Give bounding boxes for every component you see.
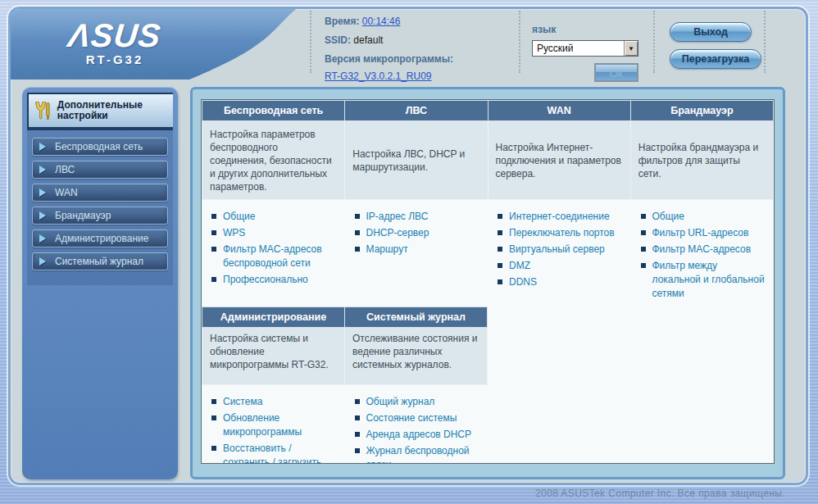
arrow-right-icon [39,166,46,174]
list-item: Общий журнал [355,395,482,409]
actions-section: Выход Перезагрузка [653,11,763,73]
sidebar-title: Дополнительные настройки [57,100,168,121]
logout-button[interactable]: Выход [670,22,752,42]
arrow-right-icon [39,234,46,243]
settings-link[interactable]: Маршрут [366,243,408,257]
sidebar-item-lan[interactable]: ЛВС [32,161,168,179]
sidebar-item-wireless[interactable]: Беспроводная сеть [32,138,168,156]
firmware-link[interactable]: RT-G32_V3.0.2.1_RU09 [325,70,432,82]
list-item: Фильтр между локальной и глобальной сетя… [641,259,768,301]
section-header-firewall: Брандмауэр [630,101,773,121]
settings-link[interactable]: Фильтр URL-адресов [652,226,749,240]
bullet-icon [211,247,216,252]
ok-button[interactable]: Ok [594,63,638,82]
settings-link[interactable]: Общие [223,210,255,224]
bullet-icon [355,214,360,219]
settings-link[interactable]: Восстановить / сохранить / загрузить нас… [223,442,339,464]
settings-link[interactable]: Аренда адресов DHCP [366,428,472,442]
firmware-label: Версия микропрограммы: [325,53,453,65]
section-description: Настройка параметров беспроводного соеди… [202,121,345,200]
list-item: Журнал беспроводной связи [355,444,482,464]
list-item: Общие [211,210,339,224]
language-select[interactable]: Русский ▼ [532,40,638,57]
bullet-icon [641,247,646,252]
settings-link[interactable]: IP-адрес ЛВС [366,210,429,224]
section-description: Настройка ЛВС, DHCP и маршрутизации. [345,121,488,200]
settings-link[interactable]: Фильтр между локальной и глобальной сетя… [652,259,768,301]
settings-link[interactable]: Переключатель портов [509,226,615,240]
settings-link[interactable]: Состояние системы [366,411,457,425]
settings-link[interactable]: Виртуальный сервер [509,243,605,257]
section-header-administration: Администрирование [202,307,345,328]
links-administration: Система Обновление микропрограммы Восста… [202,393,345,464]
settings-link[interactable]: Фильтр MAC-адресов [652,243,752,257]
settings-link[interactable]: DMZ [509,259,530,273]
settings-link[interactable]: Интернет-соединение [509,210,610,224]
settings-link[interactable]: Журнал беспроводной связи [366,444,482,464]
time-link[interactable]: 00:14:46 [362,16,401,27]
links-row-2: Система Обновление микропрограммы Восста… [202,385,774,464]
links-wireless: Общие WPS Фильтр MAC-адресов беспроводно… [202,207,345,303]
links-lan: IP-адрес ЛВС DHCP-сервер Маршрут [345,207,489,303]
settings-link[interactable]: Общий журнал [366,395,435,409]
sidebar-item-wan[interactable]: WAN [32,184,168,202]
copyright-text: 2008 ASUSTek Computer Inc. Все права защ… [535,488,785,499]
language-section: язык Русский ▼ Ok [519,11,650,73]
settings-link[interactable]: WPS [223,226,245,240]
sidebar-menu: Беспроводная сеть ЛВС WAN Брандмауэр Адм… [27,127,173,285]
list-item: WPS [211,226,339,240]
list-item: Обновление микропрограммы [211,411,339,439]
settings-board: Беспроводная сеть ЛВС WAN Брандмауэр Нас… [201,99,775,464]
asus-logo: ΛSUS [43,19,186,52]
sidebar-item-label: Администрирование [55,233,148,244]
sidebar-item-label: Беспроводная сеть [55,141,143,152]
bullet-icon [211,214,216,219]
bullet-icon [355,399,360,404]
section-description: Настройка системы и обновление микропрог… [202,328,345,385]
bullet-icon [641,214,646,219]
section-header-lan: ЛВС [345,101,488,121]
list-item: Фильтр MAC-адресов беспроводной сети [211,243,339,270]
bullet-icon [355,247,360,252]
firmware-row: Версия микропрограммы: [325,53,515,69]
list-item: Виртуальный сервер [498,243,625,257]
header-banner: ΛSUS RT-G32 Время: 00:14:46 SSID: defaul… [11,9,806,79]
settings-link[interactable]: Общие [652,210,684,224]
list-item: Интернет-соединение [498,210,625,224]
footer: 2008 ASUSTek Computer Inc. Все права защ… [0,485,818,504]
settings-link[interactable]: Обновление микропрограммы [223,411,339,439]
language-label: язык [532,24,650,35]
time-label: Время: [325,16,359,27]
arrow-right-icon [39,143,46,151]
separator-line [764,11,766,73]
dropdown-arrow-icon[interactable]: ▼ [624,41,638,56]
arrow-right-icon [39,211,46,220]
list-item: Восстановить / сохранить / загрузить нас… [211,442,339,464]
sidebar-item-syslog[interactable]: Системный журнал [32,252,168,270]
settings-link[interactable]: Система [223,395,262,409]
links-row-1: Общие WPS Фильтр MAC-адресов беспроводно… [202,200,774,306]
list-item: IP-адрес ЛВС [355,210,482,224]
sidebar-item-firewall[interactable]: Брандмауэр [32,207,168,225]
reboot-button[interactable]: Перезагрузка [670,49,761,69]
main-panel: Беспроводная сеть ЛВС WAN Брандмауэр Нас… [190,87,785,479]
links-firewall: Общие Фильтр URL-адресов Фильтр MAC-адре… [631,207,775,303]
section-description: Отслеживание состояния и ведение различн… [345,328,488,385]
tools-icon [34,98,51,123]
bullet-icon [498,263,502,268]
sidebar-item-administration[interactable]: Администрирование [32,229,168,247]
list-item: DDNS [498,275,625,289]
bullet-icon [211,446,216,451]
settings-link[interactable]: DDNS [509,275,537,289]
section-header-wireless: Беспроводная сеть [202,101,345,121]
settings-link[interactable]: Профессионально [223,273,308,287]
list-item: Аренда адресов DHCP [355,428,482,442]
settings-link[interactable]: DHCP-сервер [366,226,429,240]
bullet-icon [498,230,502,235]
settings-link[interactable]: Фильтр MAC-адресов беспроводной сети [223,243,339,270]
ssid-label: SSID: [325,34,351,46]
list-item: Фильтр MAC-адресов [641,243,768,257]
firmware-version-row: RT-G32_V3.0.2.1_RU09 [325,70,515,86]
sidebar-item-label: Брандмауэр [55,210,111,221]
time-row: Время: 00:14:46 [325,16,515,31]
